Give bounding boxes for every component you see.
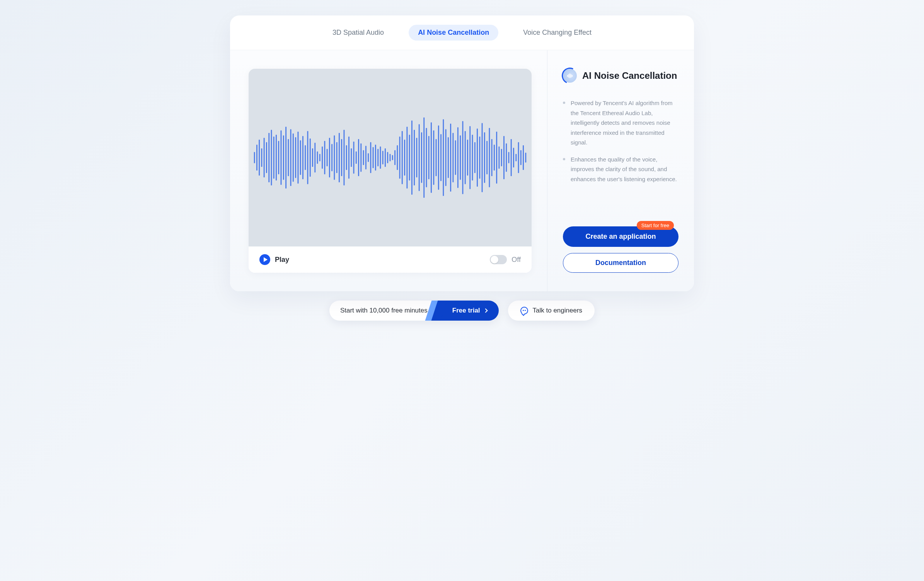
svg-rect-76 <box>438 126 439 190</box>
svg-rect-42 <box>356 151 357 164</box>
svg-rect-33 <box>334 135 335 180</box>
svg-rect-3 <box>261 148 263 167</box>
play-button[interactable]: Play <box>259 254 289 265</box>
svg-rect-61 <box>402 131 403 184</box>
svg-rect-43 <box>358 139 359 176</box>
svg-rect-53 <box>382 151 384 164</box>
svg-rect-54 <box>385 148 386 167</box>
svg-rect-50 <box>375 144 376 170</box>
tab-voice-changing-effect[interactable]: Voice Changing Effect <box>514 25 601 41</box>
svg-rect-78 <box>443 119 444 196</box>
svg-rect-112 <box>525 153 526 163</box>
svg-rect-29 <box>324 141 325 174</box>
svg-rect-97 <box>489 128 490 187</box>
svg-rect-92 <box>477 129 478 187</box>
svg-rect-91 <box>474 142 476 173</box>
svg-rect-107 <box>513 148 514 167</box>
svg-rect-109 <box>518 142 519 173</box>
svg-rect-102 <box>501 149 502 166</box>
svg-rect-41 <box>353 141 355 173</box>
svg-rect-11 <box>281 131 282 185</box>
svg-rect-71 <box>426 128 427 187</box>
svg-rect-72 <box>428 136 430 179</box>
svg-rect-66 <box>414 130 415 185</box>
svg-rect-57 <box>392 155 393 160</box>
chat-bubble-icon <box>520 307 528 314</box>
svg-rect-17 <box>295 137 296 178</box>
svg-rect-84 <box>457 127 459 188</box>
free-trial-button[interactable]: Free trial <box>438 301 499 321</box>
svg-rect-79 <box>445 129 447 186</box>
svg-rect-6 <box>268 133 269 182</box>
svg-rect-108 <box>515 154 517 161</box>
svg-rect-13 <box>285 127 286 189</box>
cta-group: Create an application Start for free Doc… <box>563 226 679 273</box>
svg-rect-20 <box>302 136 303 179</box>
svg-rect-103 <box>503 136 505 179</box>
feature-title: AI Noise Cancellation <box>582 70 677 81</box>
svg-rect-48 <box>370 142 371 173</box>
svg-rect-45 <box>363 150 364 165</box>
tab-3d-spatial-audio[interactable]: 3D Spatial Audio <box>323 25 393 41</box>
svg-rect-52 <box>380 146 381 169</box>
svg-rect-85 <box>460 135 461 180</box>
svg-rect-86 <box>462 121 464 194</box>
svg-rect-59 <box>397 145 398 170</box>
svg-rect-35 <box>339 133 340 182</box>
svg-rect-37 <box>344 130 345 185</box>
svg-rect-67 <box>416 138 417 177</box>
svg-rect-96 <box>486 141 488 174</box>
svg-rect-22 <box>307 131 309 184</box>
svg-rect-39 <box>348 137 349 179</box>
svg-rect-80 <box>448 137 449 178</box>
svg-rect-83 <box>455 140 456 175</box>
tab-ai-noise-cancellation[interactable]: AI Noise Cancellation <box>409 25 498 41</box>
svg-rect-7 <box>271 130 272 185</box>
svg-rect-10 <box>278 141 279 174</box>
svg-rect-26 <box>317 151 318 164</box>
svg-rect-73 <box>431 122 432 193</box>
svg-rect-69 <box>421 132 422 183</box>
tab-bar: 3D Spatial Audio AI Noise Cancellation V… <box>230 15 694 50</box>
svg-rect-47 <box>368 153 369 162</box>
svg-rect-87 <box>465 131 466 184</box>
svg-rect-90 <box>472 135 473 180</box>
effect-toggle[interactable] <box>490 255 507 264</box>
svg-rect-110 <box>520 150 522 165</box>
waveform-svg <box>253 69 527 246</box>
svg-rect-9 <box>276 135 277 180</box>
free-trial-pill[interactable]: Start with 10,000 free minutes Free tria… <box>329 301 499 321</box>
svg-rect-68 <box>419 124 420 191</box>
create-application-button[interactable]: Create an application Start for free <box>563 226 679 247</box>
svg-rect-100 <box>496 132 497 183</box>
svg-rect-25 <box>314 143 315 173</box>
content-area: Play Off AI Noise C <box>230 50 694 291</box>
talk-to-engineers-pill[interactable]: Talk to engineers <box>508 301 595 321</box>
svg-rect-5 <box>266 142 267 173</box>
feature-card: 3D Spatial Audio AI Noise Cancellation V… <box>230 15 694 291</box>
svg-rect-24 <box>312 148 313 167</box>
toggle-knob <box>491 256 498 263</box>
svg-rect-49 <box>373 147 374 168</box>
svg-rect-58 <box>394 150 396 165</box>
svg-rect-55 <box>387 152 388 163</box>
svg-rect-36 <box>341 139 342 176</box>
play-icon <box>259 254 270 265</box>
player-controls: Play Off <box>249 246 532 273</box>
documentation-button[interactable]: Documentation <box>563 253 679 273</box>
svg-rect-104 <box>506 143 507 172</box>
svg-rect-40 <box>351 148 352 167</box>
svg-rect-16 <box>293 134 294 182</box>
svg-rect-21 <box>305 145 306 170</box>
svg-rect-77 <box>440 134 442 181</box>
svg-rect-46 <box>365 146 367 170</box>
svg-rect-111 <box>523 145 524 170</box>
svg-rect-94 <box>482 123 483 192</box>
feature-header: AI Noise Cancellation <box>563 69 679 83</box>
svg-rect-38 <box>346 145 347 170</box>
start-minutes-label: Start with 10,000 free minutes <box>329 301 438 321</box>
svg-rect-63 <box>406 127 407 189</box>
svg-rect-14 <box>288 139 289 176</box>
svg-rect-44 <box>360 143 361 172</box>
svg-rect-106 <box>511 139 512 176</box>
